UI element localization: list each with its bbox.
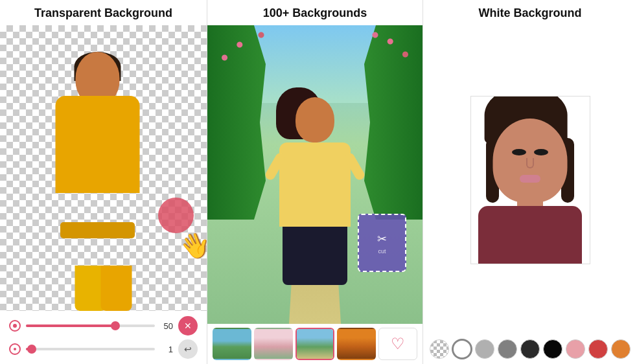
hardness-row: 1 ↩ <box>9 339 198 359</box>
thumb-cherry-inner <box>255 329 292 359</box>
backgrounds-image-area[interactable]: ✂ cut <box>207 25 423 324</box>
hardness-value: 1 <box>160 345 173 354</box>
touch-indicator <box>158 198 194 233</box>
swatch-pink[interactable] <box>566 339 585 359</box>
controls-area: 50 ✕ 1 ↩ <box>0 311 207 364</box>
transparent-image-area[interactable]: 🖐 <box>0 25 207 311</box>
swatch-red[interactable] <box>588 339 608 359</box>
brush-size-value: 50 <box>160 321 173 331</box>
brush-size-slider[interactable] <box>26 324 155 327</box>
garden-head <box>295 97 334 142</box>
panel-title-white: White Background <box>423 0 637 25</box>
person-figure <box>36 52 159 311</box>
panel-title-backgrounds: 100+ Backgrounds <box>207 0 423 25</box>
garden-arm-left <box>264 152 286 181</box>
thumb-cherry[interactable] <box>254 328 293 360</box>
garden-body <box>279 142 351 227</box>
hardness-slider[interactable] <box>26 348 155 350</box>
garden-pants <box>283 227 347 285</box>
swatches-row <box>423 334 637 364</box>
panel-title-transparent: Transparent Background <box>0 0 207 25</box>
panel-backgrounds: 100+ Backgrounds <box>207 0 423 364</box>
thumbnail-strip: ♡ <box>207 324 423 364</box>
thumb-path-inner <box>297 329 333 359</box>
brush-icon-inner <box>13 324 17 328</box>
white-image-area[interactable] <box>423 25 637 334</box>
swatch-light-gray[interactable] <box>475 339 494 359</box>
main-container: Transparent Background 🖐 <box>0 0 637 364</box>
portrait-figure <box>471 96 590 264</box>
restore-icon: ↩ <box>184 344 192 354</box>
garden-person <box>279 97 351 285</box>
thumb-heart[interactable]: ♡ <box>378 328 417 360</box>
portrait-eye-right <box>534 149 548 155</box>
garden-arm-right <box>343 152 366 181</box>
figure-leg-right <box>100 266 132 311</box>
eraser-icon: ✕ <box>184 321 192 331</box>
thumb-path[interactable] <box>295 328 334 360</box>
thumb-mountains[interactable] <box>213 328 251 360</box>
slider-thumb-brush <box>111 321 120 330</box>
eraser-button[interactable]: ✕ <box>178 316 198 336</box>
cutout-preview: ✂ cut <box>358 214 406 272</box>
restore-button[interactable]: ↩ <box>178 339 198 359</box>
figure-hoodie <box>55 96 139 193</box>
swatch-orange[interactable] <box>611 339 631 359</box>
slider-fill-brush <box>26 324 116 327</box>
hardness-icon-inner <box>14 348 16 350</box>
portrait-nose <box>526 158 534 168</box>
portrait-torso <box>478 206 582 264</box>
panel-white: White Background <box>423 0 637 364</box>
thumb-mountains-inner <box>214 329 250 359</box>
figure-pocket <box>60 222 135 238</box>
brush-size-icon <box>9 320 21 332</box>
portrait-lips <box>520 175 540 183</box>
brush-size-row: 50 ✕ <box>9 316 198 336</box>
swatch-gray[interactable] <box>498 339 517 359</box>
heart-icon: ♡ <box>391 335 405 353</box>
portrait-eye-left <box>512 149 526 155</box>
flower-dots <box>207 25 423 90</box>
swatch-white[interactable] <box>452 339 472 359</box>
cutout-mini-content: ✂ cut <box>377 232 387 255</box>
swatch-dark[interactable] <box>520 339 540 359</box>
thumb-orange-inner <box>338 329 375 359</box>
thumb-orange[interactable] <box>337 328 376 360</box>
slider-fill-hardness <box>26 348 32 350</box>
portrait-frame <box>470 96 590 264</box>
hardness-icon <box>9 343 21 355</box>
swatch-black[interactable] <box>543 339 562 359</box>
slider-thumb-hardness <box>27 345 36 354</box>
panel-transparent: Transparent Background 🖐 <box>0 0 207 364</box>
swatch-transparent[interactable] <box>430 339 449 359</box>
